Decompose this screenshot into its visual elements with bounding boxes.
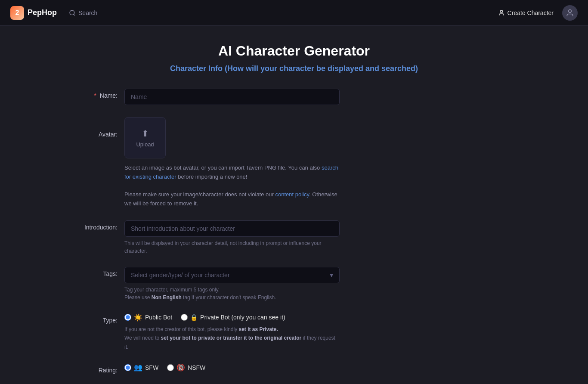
nsfw-emoji: 🔞	[176, 363, 185, 372]
introduction-row: Introduction: This will be displayed in …	[66, 220, 522, 255]
introduction-field-wrapper: This will be displayed in your character…	[124, 220, 340, 255]
rating-row: Rating: 👥 SFW 🔞 NSFW	[66, 363, 522, 374]
sfw-emoji: 👥	[134, 363, 142, 372]
svg-point-3	[569, 9, 572, 12]
page-subtitle: Character Info (How will your character …	[66, 64, 522, 73]
search-icon	[69, 9, 76, 16]
name-input[interactable]	[124, 89, 340, 105]
name-field-wrapper	[124, 89, 340, 105]
type-row: Type: ☀️ Public Bot 🔒 Private Bot (only …	[66, 313, 522, 351]
avatar-info: Select an image as bot avatar, or you ca…	[124, 164, 340, 208]
name-row: * Name:	[66, 89, 522, 105]
type-hint: If you are not the creator of this bot, …	[124, 325, 340, 351]
type-hint-bold1: set it as Private.	[238, 326, 278, 332]
introduction-hint: This will be displayed in your character…	[124, 239, 340, 255]
logo-text: PepHop	[28, 8, 57, 17]
nsfw-option[interactable]: 🔞 NSFW	[167, 363, 205, 372]
tags-hint-line2: Please use	[124, 294, 152, 300]
tags-hint-line3: tag if your character don't speak Englis…	[182, 294, 276, 300]
avatar-row: Avatar: ⬆ Upload Select an image as bot …	[66, 117, 522, 208]
private-bot-radio[interactable]	[181, 314, 188, 321]
public-bot-label: Public Bot	[145, 314, 172, 321]
tags-row: Tags: Select gender/type/ of your charac…	[66, 267, 522, 301]
type-hint-bold2: set your bot to private or transfer it t…	[161, 335, 302, 341]
search-button[interactable]: Search	[69, 9, 97, 16]
user-avatar[interactable]	[562, 5, 578, 21]
required-star: *	[94, 92, 96, 99]
upload-icon: ⬆	[142, 128, 149, 139]
type-field-wrapper: ☀️ Public Bot 🔒 Private Bot (only you ca…	[124, 313, 340, 351]
avatar-info-line1: Select an image as bot avatar, or you ca…	[124, 164, 322, 171]
public-bot-radio[interactable]	[124, 314, 131, 321]
introduction-input[interactable]	[124, 220, 340, 237]
page-title: AI Character Generator	[66, 43, 522, 59]
rating-label: Rating:	[66, 363, 118, 374]
tags-hint: Tag your character, maximum 5 tags only.…	[124, 286, 340, 301]
tags-hint-bold: Non English	[152, 294, 182, 300]
avatar-upload-button[interactable]: ⬆ Upload	[124, 117, 166, 158]
logo-icon: 2	[10, 6, 24, 20]
private-bot-option[interactable]: 🔒 Private Bot (only you can see it)	[181, 314, 285, 321]
main-content: AI Character Generator Character Info (H…	[57, 26, 531, 384]
type-label: Type:	[66, 313, 118, 324]
create-character-label: Create Character	[508, 9, 554, 16]
private-bot-emoji: 🔒	[190, 314, 198, 321]
tags-hint-line1: Tag your character, maximum 5 tags only.	[124, 287, 220, 293]
content-policy-link[interactable]: content policy	[275, 191, 309, 198]
introduction-label: Introduction:	[66, 220, 118, 231]
logo[interactable]: 2 PepHop	[10, 6, 57, 20]
name-label: * Name:	[66, 89, 118, 99]
svg-point-0	[70, 10, 74, 15]
rating-field-wrapper: 👥 SFW 🔞 NSFW	[124, 363, 340, 372]
form-section: * Name: Avatar: ⬆ Upload Select an image…	[66, 89, 522, 374]
create-character-button[interactable]: Create Character	[498, 9, 554, 16]
avatar-label: Avatar:	[66, 117, 118, 138]
type-hint-line2: We will need to	[124, 335, 161, 341]
nsfw-radio[interactable]	[167, 364, 174, 371]
svg-line-1	[74, 14, 75, 15]
svg-point-2	[500, 10, 502, 12]
sfw-label: SFW	[145, 364, 158, 371]
type-radio-group: ☀️ Public Bot 🔒 Private Bot (only you ca…	[124, 313, 340, 322]
tags-select-wrapper: Select gender/type/ of your character ▼	[124, 267, 340, 283]
navbar-right: Create Character	[498, 5, 578, 21]
avatar-policy-line1: Please make sure your image/character do…	[124, 191, 275, 198]
public-bot-emoji: ☀️	[134, 313, 142, 322]
avatar-section-content: ⬆ Upload Select an image as bot avatar, …	[124, 117, 340, 208]
sfw-radio[interactable]	[124, 364, 131, 371]
sfw-option[interactable]: 👥 SFW	[124, 363, 158, 372]
rating-radio-group: 👥 SFW 🔞 NSFW	[124, 363, 340, 372]
upload-label: Upload	[136, 141, 154, 148]
person-icon	[498, 9, 505, 16]
type-hint-line1: If you are not the creator of this bot, …	[124, 326, 238, 332]
tags-select[interactable]: Select gender/type/ of your character	[124, 267, 340, 283]
public-bot-option[interactable]: ☀️ Public Bot	[124, 313, 172, 322]
navbar: 2 PepHop Search Create Character	[0, 0, 588, 26]
nsfw-label: NSFW	[188, 364, 205, 371]
avatar-icon	[566, 9, 574, 17]
tags-label: Tags:	[66, 267, 118, 277]
search-label: Search	[78, 9, 97, 16]
navbar-left: 2 PepHop Search	[10, 6, 97, 20]
private-bot-label: Private Bot (only you can see it)	[200, 314, 285, 321]
tags-field-wrapper: Select gender/type/ of your character ▼ …	[124, 267, 340, 301]
avatar-info-line2: before importing a new one!	[176, 173, 248, 180]
